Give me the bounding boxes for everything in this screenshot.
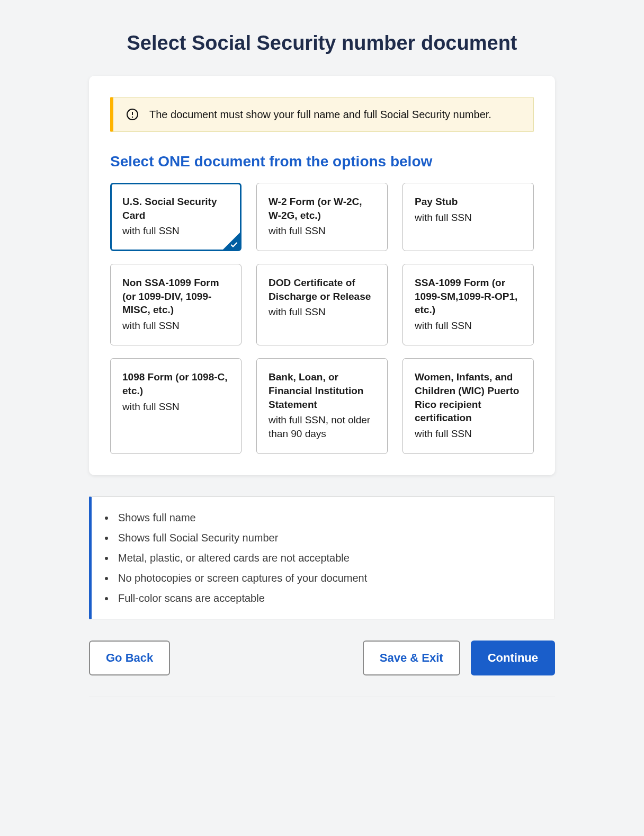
document-option-tile[interactable]: U.S. Social Security Cardwith full SSN xyxy=(110,183,241,251)
tile-title: W-2 Form (or W-2C, W-2G, etc.) xyxy=(269,195,375,222)
document-options-grid: U.S. Social Security Cardwith full SSNW-… xyxy=(110,183,534,454)
requirement-item: No photocopies or screen captures of you… xyxy=(115,568,540,588)
tile-subtitle: with full SSN, not older than 90 days xyxy=(269,413,375,440)
requirement-item: Shows full Social Security number xyxy=(115,528,540,548)
tile-subtitle: with full SSN xyxy=(269,305,375,319)
document-option-tile[interactable]: Pay Stubwith full SSN xyxy=(402,183,534,251)
requirement-item: Shows full name xyxy=(115,508,540,528)
document-option-tile[interactable]: Bank, Loan, or Financial Institution Sta… xyxy=(256,358,388,453)
document-option-tile[interactable]: SSA-1099 Form (or 1099-SM,1099-R-OP1, et… xyxy=(402,264,534,346)
tile-subtitle: with full SSN xyxy=(415,211,522,225)
document-option-tile[interactable]: DOD Certificate of Discharge or Releasew… xyxy=(256,264,388,346)
tile-title: 1098 Form (or 1098-C, etc.) xyxy=(122,370,229,397)
tile-title: Bank, Loan, or Financial Institution Sta… xyxy=(269,370,375,411)
tile-title: SSA-1099 Form (or 1099-SM,1099-R-OP1, et… xyxy=(415,276,522,317)
requirements-list: Shows full nameShows full Social Securit… xyxy=(101,508,540,608)
tile-subtitle: with full SSN xyxy=(122,224,229,238)
tile-title: Women, Infants, and Children (WIC) Puert… xyxy=(415,370,522,425)
document-option-tile[interactable]: Women, Infants, and Children (WIC) Puert… xyxy=(402,358,534,453)
document-option-tile[interactable]: 1098 Form (or 1098-C, etc.)with full SSN xyxy=(110,358,241,453)
selection-card: The document must show your full name an… xyxy=(89,76,555,475)
tile-title: DOD Certificate of Discharge or Release xyxy=(269,276,375,303)
checkmark-icon xyxy=(230,241,239,250)
tile-subtitle: with full SSN xyxy=(415,319,522,333)
tile-subtitle: with full SSN xyxy=(122,400,229,414)
requirements-card: Shows full nameShows full Social Securit… xyxy=(89,496,555,619)
save-exit-button[interactable]: Save & Exit xyxy=(363,641,460,675)
tile-subtitle: with full SSN xyxy=(269,224,375,238)
tile-subtitle: with full SSN xyxy=(415,427,522,441)
tile-title: U.S. Social Security Card xyxy=(122,195,229,222)
warning-icon xyxy=(126,108,139,121)
requirement-item: Full-color scans are acceptable xyxy=(115,588,540,608)
svg-point-2 xyxy=(132,117,133,118)
tile-subtitle: with full SSN xyxy=(122,319,229,333)
go-back-button[interactable]: Go Back xyxy=(89,641,170,675)
document-option-tile[interactable]: Non SSA-1099 Form (or 1099-DIV, 1099-MIS… xyxy=(110,264,241,346)
requirement-item: Metal, plastic, or altered cards are not… xyxy=(115,548,540,568)
tile-title: Non SSA-1099 Form (or 1099-DIV, 1099-MIS… xyxy=(122,276,229,317)
footer-divider xyxy=(89,697,555,697)
button-row: Go Back Save & Exit Continue xyxy=(89,641,555,675)
tile-title: Pay Stub xyxy=(415,195,522,209)
page-title: Select Social Security number document xyxy=(89,32,555,55)
alert-text: The document must show your full name an… xyxy=(149,109,491,121)
section-heading: Select ONE document from the options bel… xyxy=(110,153,534,170)
document-option-tile[interactable]: W-2 Form (or W-2C, W-2G, etc.)with full … xyxy=(256,183,388,251)
continue-button[interactable]: Continue xyxy=(471,641,555,675)
requirement-alert: The document must show your full name an… xyxy=(110,97,534,132)
